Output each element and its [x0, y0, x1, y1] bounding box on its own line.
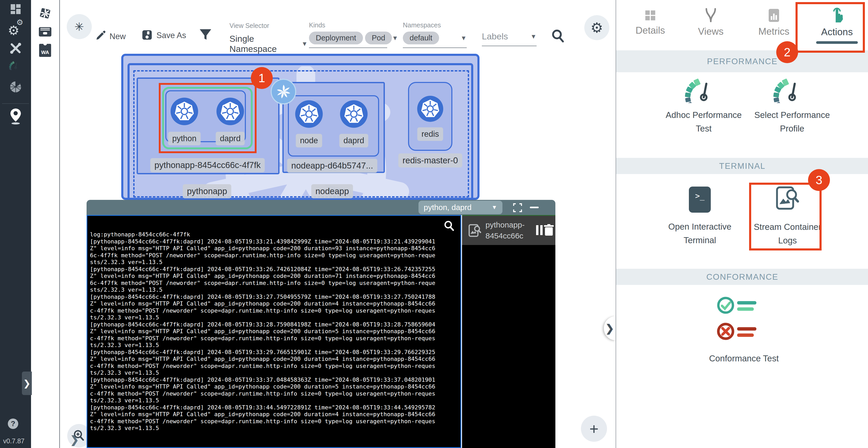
- container-daprd-icon[interactable]: [339, 100, 368, 128]
- search-icon[interactable]: [551, 29, 565, 44]
- metrics-chart-icon: [768, 8, 780, 23]
- annotation-box-3: [749, 183, 822, 250]
- floppy-icon: [141, 29, 153, 42]
- log-panel[interactable]: log:pythonapp-8454cc66c-4f7fk[pythonapp-…: [87, 215, 461, 448]
- panel-collapse-chevron[interactable]: ❯: [604, 316, 616, 340]
- views-branch-icon: [704, 8, 717, 23]
- webassembly-icon[interactable]: WA: [31, 44, 59, 57]
- kinds-filter[interactable]: Kinds Deployment Pod ▼: [309, 21, 387, 48]
- annotation-badge-3: 3: [808, 169, 830, 191]
- details-grid-icon: [644, 9, 656, 21]
- location-pin-icon[interactable]: [0, 108, 31, 125]
- container-redis-icon[interactable]: [417, 95, 444, 122]
- container-label: daprd: [339, 134, 368, 147]
- pod-name-label: pythonapp-8454cc66c-4f7fk: [150, 158, 265, 172]
- pod-name-label: nodeapp-d64b5747...: [287, 159, 377, 173]
- conformance-section-header: CONFORMANCE: [616, 269, 868, 285]
- container-node-icon[interactable]: [294, 100, 323, 128]
- container-label: redis: [417, 127, 443, 141]
- annotation-badge-1: 1: [251, 67, 273, 89]
- sidebar-divider: [2, 103, 29, 104]
- gear-icon: ⚙: [591, 20, 603, 36]
- terminal-prompt-icon: >_: [689, 186, 711, 213]
- pod-name-label: redis-master-0: [398, 153, 462, 168]
- app-rail: WA ❯: [31, 0, 60, 448]
- mesh-pie-icon[interactable]: [0, 81, 31, 93]
- trash-icon[interactable]: [544, 224, 555, 236]
- annotation-box-1: [159, 83, 256, 153]
- help-icon[interactable]: ?: [8, 419, 18, 429]
- chevron-down-icon: ▼: [461, 34, 467, 42]
- deployment-name-label: pythonapp: [183, 184, 231, 198]
- view-selector[interactable]: View Selector Single Namespace ▼: [229, 22, 308, 58]
- app-mode-button[interactable]: ✳: [67, 14, 92, 39]
- asterisk-icon: ✳: [74, 20, 84, 33]
- version-label: v0.7.87: [3, 437, 25, 445]
- sidebar-expand-chevron[interactable]: ❯: [22, 371, 32, 395]
- chevron-down-icon: ▼: [492, 204, 497, 211]
- annotation-badge-2: 2: [776, 41, 798, 63]
- gauge-icon: [684, 77, 723, 103]
- fullscreen-icon[interactable]: [513, 203, 522, 212]
- filter-funnel-icon[interactable]: [199, 28, 212, 43]
- select-performance-profile-action[interactable]: Select PerformanceProfile: [754, 77, 830, 136]
- container-select[interactable]: python, daprd ▼: [418, 201, 502, 214]
- terminal-section-header: TERMINAL: [616, 158, 868, 174]
- minimize-icon[interactable]: [530, 207, 539, 208]
- add-button[interactable]: +: [581, 416, 607, 442]
- kind-chip-deployment[interactable]: Deployment: [309, 32, 363, 44]
- new-button[interactable]: New: [94, 30, 126, 43]
- namespace-chip-default[interactable]: default: [403, 32, 439, 44]
- log-lines: log:pythonapp-8454cc66c-4f7fk[pythonapp-…: [90, 231, 458, 432]
- view-selector-label: View Selector: [229, 22, 308, 29]
- settings-gears-icon[interactable]: ⚙⚙: [0, 23, 31, 38]
- pause-icon[interactable]: [536, 225, 542, 235]
- stream-title: pythonapp- 8454cc66c: [486, 219, 525, 241]
- open-interactive-terminal-action[interactable]: >_ Open InteractiveTerminal: [668, 186, 732, 247]
- terminal-header[interactable]: python, daprd ▼: [87, 200, 555, 215]
- terminal-overlay: python, daprd ▼ log:pythonapp-8454cc66c-…: [87, 200, 555, 448]
- gauge-icon: [773, 77, 812, 103]
- stream-header: pythonapp- 8454cc66c: [462, 216, 555, 245]
- log-search-icon[interactable]: [443, 220, 455, 232]
- archive-box-icon[interactable]: [31, 25, 59, 37]
- conformance-test-action[interactable]: Conformance Test: [694, 295, 794, 365]
- tab-views[interactable]: Views: [679, 0, 742, 50]
- adhoc-performance-test-action[interactable]: Adhoc PerformanceTest: [666, 77, 742, 136]
- rail-expand-chevron[interactable]: ❯: [70, 434, 79, 446]
- labels-filter[interactable]: Labels ▼: [482, 31, 536, 46]
- deployment-name-label: nodeapp: [311, 184, 353, 198]
- namespaces-filter[interactable]: Namespaces default ▼: [403, 21, 467, 48]
- pinwheel-app-icon[interactable]: [31, 7, 59, 20]
- pencil-icon: [94, 30, 106, 43]
- dapr-spinner-icon[interactable]: [271, 79, 296, 104]
- conformance-checklist-icon: [715, 295, 773, 345]
- performance-section-header: PERFORMANCE: [616, 50, 868, 72]
- left-sidebar: ⚙⚙ ❯ ? v0.7.87: [0, 0, 31, 448]
- stream-logs-icon: [468, 223, 482, 238]
- dashboard-icon[interactable]: [0, 4, 31, 14]
- settings-button[interactable]: ⚙: [584, 15, 609, 40]
- tab-details[interactable]: Details: [619, 0, 682, 50]
- annotation-box-2: [796, 2, 865, 53]
- kind-chip-pod[interactable]: Pod: [365, 32, 392, 44]
- container-label: node: [296, 134, 322, 147]
- performance-gauge-icon[interactable]: [0, 61, 31, 70]
- chevron-down-icon: ▼: [392, 34, 398, 42]
- save-as-button[interactable]: Save As: [141, 29, 186, 42]
- stream-panel: pythonapp- 8454cc66c: [462, 215, 555, 448]
- chevron-down-icon: ▼: [302, 40, 308, 48]
- right-panel: Details Views Metrics Actions 2 PERFORMA…: [616, 0, 868, 448]
- tools-icon[interactable]: [0, 42, 31, 54]
- chevron-down-icon: ▼: [530, 33, 536, 40]
